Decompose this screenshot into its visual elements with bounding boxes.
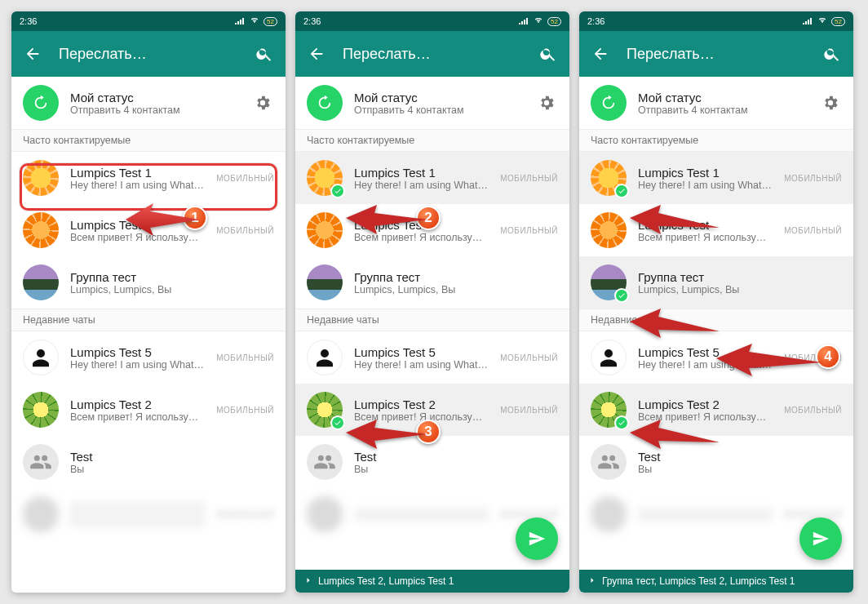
- contact-row-lt1[interactable]: Lumpics Test 1Hey there! I am using What…: [11, 152, 286, 204]
- search-icon[interactable]: [821, 42, 844, 65]
- contact-row-lt[interactable]: Lumpics TestВсем привет! Я использую Wha…: [295, 204, 569, 256]
- contact-sub: Hey there! I am using WhatsApp.: [638, 180, 773, 191]
- contact-row-lt5[interactable]: Lumpics Test 5Hey there! I am using What…: [295, 331, 569, 384]
- check-icon: [614, 415, 629, 430]
- status-sub: Отправить 4 контактам: [70, 104, 240, 116]
- tag-mobile: МОБИЛЬНЫЙ: [784, 406, 842, 415]
- contact-sub: Всем привет! Я использую WhatsApp.: [70, 411, 205, 423]
- selected-bar: Lumpics Test 2, Lumpics Test 1: [295, 570, 569, 593]
- contact-row-lt1[interactable]: Lumpics Test 1Hey there! I am using What…: [295, 152, 569, 204]
- send-fab[interactable]: [799, 517, 842, 560]
- section-recent: Недавние чаты: [295, 309, 569, 331]
- gear-icon[interactable]: [535, 91, 558, 114]
- gear-icon[interactable]: [251, 91, 274, 114]
- contact-sub: Вы: [354, 464, 558, 475]
- status-avatar-icon: [23, 85, 59, 121]
- tag-mobile: МОБИЛЬНЫЙ: [500, 406, 558, 415]
- contact-row-group[interactable]: Группа тестLumpics, Lumpics, Вы: [11, 256, 286, 309]
- back-icon[interactable]: [21, 42, 44, 65]
- contact-row-group[interactable]: Группа тестLumpics, Lumpics, Вы: [295, 256, 569, 309]
- selected-list: Группа тест, Lumpics Test 2, Lumpics Tes…: [602, 575, 795, 587]
- status-time: 2:36: [303, 16, 321, 26]
- search-icon[interactable]: [537, 42, 560, 65]
- contact-row-lt2[interactable]: Lumpics Test 2Всем привет! Я использую W…: [11, 384, 286, 436]
- contact-name: XXXXX XXX: [354, 508, 489, 522]
- contact-sub: Lumpics, Lumpics, Вы: [354, 284, 558, 295]
- avatar-test: [591, 444, 627, 480]
- contact-name: Lumpics Test 1: [70, 166, 205, 180]
- section-frequent: Часто контактируемые: [579, 129, 853, 152]
- contact-name: Группа тест: [638, 270, 842, 284]
- contact-row-lt2[interactable]: Lumpics Test 2Всем привет! Я использую W…: [579, 384, 853, 436]
- avatar-lt1: [591, 160, 627, 196]
- contact-row-test[interactable]: TestВы: [579, 436, 853, 488]
- my-status-row[interactable]: Мой статусОтправить 4 контактам: [579, 77, 853, 129]
- contact-row-lt1[interactable]: Lumpics Test 1Hey there! I am using What…: [579, 152, 853, 204]
- contact-sub: Hey there! I am using WhatsApp.: [70, 180, 205, 191]
- app-bar: Переслать…: [579, 31, 853, 77]
- back-icon[interactable]: [589, 42, 612, 65]
- check-icon: [330, 184, 345, 198]
- avatar-lt: [23, 212, 59, 248]
- contact-name: Lumpics Test: [70, 218, 205, 232]
- contact-name: Lumpics Test 5: [638, 345, 773, 359]
- my-status-row[interactable]: Мой статусОтправить 4 контактам: [295, 77, 569, 129]
- contact-row-test[interactable]: TestВы: [295, 436, 569, 488]
- contact-name: Группа тест: [354, 270, 558, 284]
- contact-row-lt[interactable]: Lumpics TestВсем привет! Я использую Wha…: [579, 204, 853, 256]
- tag-mobile: МОБИЛЬНЫЙ: [784, 174, 842, 183]
- back-icon[interactable]: [305, 42, 328, 65]
- signal-icon: [234, 16, 246, 26]
- contact-row-group[interactable]: Группа тестLumpics, Lumpics, Вы: [579, 256, 853, 309]
- avatar-blur: [23, 496, 59, 532]
- status-title: Мой статус: [354, 91, 524, 104]
- avatar-blur: [307, 496, 343, 532]
- contact-sub: Hey there! I am using WhatsApp.: [354, 359, 489, 371]
- content: Мой статусОтправить 4 контактам Часто ко…: [295, 77, 569, 593]
- contact-name: Test: [70, 450, 274, 464]
- appbar-title: Переслать…: [627, 46, 806, 63]
- contact-name: Test: [638, 450, 842, 464]
- contact-sub: Всем привет! Я использую WhatsApp.: [70, 232, 205, 243]
- status-bar: 2:36 52: [11, 11, 286, 31]
- contact-row-lt5[interactable]: Lumpics Test 5Hey there! I am using What…: [579, 331, 853, 384]
- contact-row-lt5[interactable]: Lumpics Test 5Hey there! I am using What…: [11, 331, 286, 384]
- status-title: Мой статус: [638, 91, 808, 104]
- gear-icon[interactable]: [819, 91, 842, 114]
- my-status-row[interactable]: Мой статус Отправить 4 контактам: [11, 77, 286, 129]
- status-right: 52: [518, 16, 561, 26]
- status-title: Мой статус: [70, 91, 240, 104]
- content: Мой статус Отправить 4 контактам Часто к…: [11, 77, 286, 593]
- chevron-right-icon: [303, 575, 313, 588]
- search-icon[interactable]: [253, 42, 276, 65]
- content: Мой статусОтправить 4 контактам Часто ко…: [579, 77, 853, 593]
- contact-name: Lumpics Test 2: [638, 397, 773, 411]
- tag-mobile: МОБИЛЬНЫЙ: [500, 353, 558, 362]
- contact-name: Lumpics Test 5: [354, 345, 489, 359]
- tag-mobile: МОБИЛЬНЫЙ: [216, 510, 274, 519]
- contact-row-lt[interactable]: Lumpics TestВсем привет! Я использую Wha…: [11, 204, 286, 256]
- contact-name: Lumpics Test: [354, 218, 489, 232]
- section-frequent: Часто контактируемые: [295, 129, 569, 152]
- tag-mobile: МОБИЛЬНЫЙ: [784, 226, 842, 235]
- contact-sub: Всем привет! Я использую WhatsApp.: [638, 411, 773, 423]
- status-bar: 2:36 52: [295, 11, 569, 31]
- section-recent: Недавние чаты: [11, 309, 286, 331]
- contact-row-test[interactable]: TestВы: [11, 436, 286, 488]
- check-icon: [330, 415, 345, 430]
- contact-row-blur[interactable]: XXXXX XXX МОБИЛЬНЫЙ: [11, 488, 286, 540]
- avatar-lt5: [307, 340, 343, 375]
- selected-list: Lumpics Test 2, Lumpics Test 1: [318, 575, 454, 587]
- battery-icon: 52: [264, 17, 277, 26]
- phone-1: 2:36 52 Переслать… Мой статус Отправить …: [11, 11, 286, 593]
- contact-row-lt2[interactable]: Lumpics Test 2Всем привет! Я использую W…: [295, 384, 569, 436]
- avatar-lt: [591, 212, 627, 248]
- check-icon: [614, 184, 629, 198]
- appbar-title: Переслать…: [59, 46, 238, 63]
- wifi-icon: [533, 16, 544, 26]
- contact-sub: Hey there! I am using WhatsApp.: [70, 359, 205, 371]
- send-fab[interactable]: [516, 517, 558, 560]
- contact-name: Lumpics Test 5: [70, 345, 205, 359]
- check-icon: [614, 288, 629, 303]
- avatar-group: [591, 264, 627, 300]
